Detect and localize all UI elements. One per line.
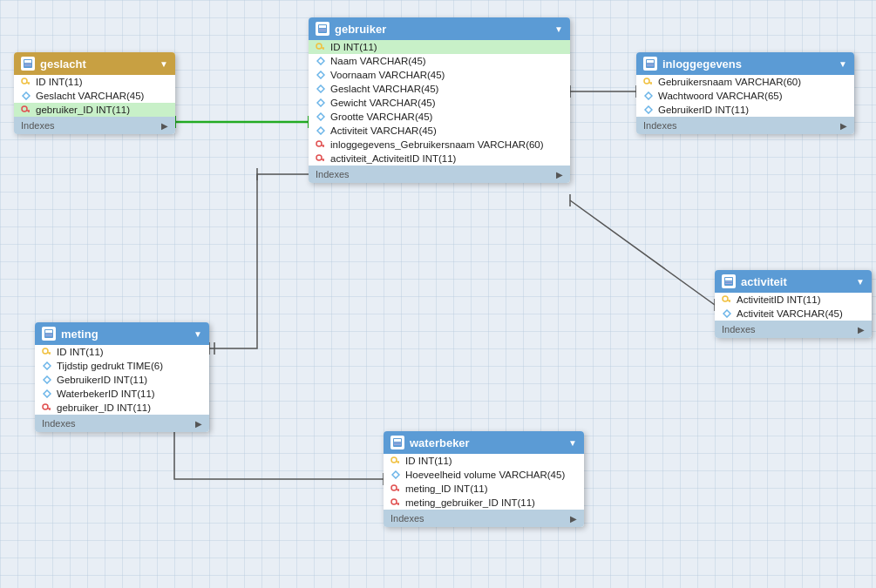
table-row: Geslacht VARCHAR(45) xyxy=(14,89,175,103)
table-title-meting: meting xyxy=(61,328,98,341)
dropdown-arrow-meting[interactable]: ▼ xyxy=(194,329,202,339)
svg-point-22 xyxy=(316,44,322,49)
row-text: Activiteit VARCHAR(45) xyxy=(737,308,843,319)
diamond-icon xyxy=(316,112,326,122)
table-row: GebruikerID INT(11) xyxy=(636,103,854,117)
svg-rect-60 xyxy=(725,283,732,284)
row-text: ID INT(11) xyxy=(405,456,452,466)
row-text: Hoeveelheid volume VARCHAR(45) xyxy=(405,470,565,480)
table-icon-meting xyxy=(42,327,56,341)
diamond-icon xyxy=(42,389,52,399)
indexes-arrow: ▶ xyxy=(161,121,168,131)
svg-rect-38 xyxy=(24,60,31,63)
svg-rect-49 xyxy=(647,60,654,63)
svg-rect-19 xyxy=(319,25,326,28)
dropdown-arrow-inloggegevens[interactable]: ▼ xyxy=(839,59,847,69)
table-waterbeker: waterbeker▼ID INT(11)Hoeveelheid volume … xyxy=(384,431,584,527)
table-body-gebruiker: ID INT(11)Naam VARCHAR(45)Voornaam VARCH… xyxy=(309,40,570,166)
table-row: Voornaam VARCHAR(45) xyxy=(309,68,570,82)
row-text: Gewicht VARCHAR(45) xyxy=(330,98,436,108)
table-footer-inloggegevens[interactable]: Indexes▶ xyxy=(636,117,854,134)
row-text: ID INT(11) xyxy=(36,77,83,87)
row-text: ID INT(11) xyxy=(57,347,104,357)
table-row: GebruikerID INT(11) xyxy=(35,373,209,387)
dropdown-arrow-activiteit[interactable]: ▼ xyxy=(856,277,865,287)
table-footer-activiteit[interactable]: Indexes▶ xyxy=(715,321,872,338)
table-row: Hoeveelheid volume VARCHAR(45) xyxy=(384,468,584,482)
svg-marker-72 xyxy=(44,362,51,369)
row-text: meting_ID INT(11) xyxy=(405,483,488,494)
table-row: ID INT(11) xyxy=(35,345,209,359)
diamond-icon xyxy=(316,98,326,108)
svg-point-41 xyxy=(22,78,27,84)
table-row: Tijdstip gedrukt TIME(6) xyxy=(35,359,209,373)
table-footer-meting[interactable]: Indexes▶ xyxy=(35,415,209,432)
table-header-meting: meting▼ xyxy=(35,322,209,345)
row-text: ID INT(11) xyxy=(330,42,377,52)
table-header-gebruiker: gebruiker▼ xyxy=(309,17,570,40)
svg-marker-27 xyxy=(317,85,324,92)
table-header-activiteit: activiteit▼ xyxy=(715,270,872,293)
dropdown-arrow-gebruiker[interactable]: ▼ xyxy=(554,24,563,34)
table-header-waterbeker: waterbeker▼ xyxy=(384,431,584,454)
svg-rect-39 xyxy=(24,64,31,64)
diamond-icon xyxy=(643,105,654,115)
table-row: Grootte VARCHAR(45) xyxy=(309,110,570,124)
diamond-icon xyxy=(643,91,654,101)
svg-marker-74 xyxy=(44,390,51,397)
table-activiteit: activiteit▼ActiviteitID INT(11)Activitei… xyxy=(715,270,872,338)
svg-point-45 xyxy=(22,106,27,112)
table-icon-waterbeker xyxy=(390,436,404,449)
svg-line-8 xyxy=(570,200,715,305)
diamond-icon xyxy=(316,70,326,80)
table-meting: meting▼ID INT(11)Tijdstip gedrukt TIME(6… xyxy=(35,322,209,432)
svg-marker-55 xyxy=(645,92,652,99)
table-icon-geslacht xyxy=(21,57,35,71)
table-title-geslacht: geslacht xyxy=(40,57,86,71)
table-footer-gebruiker[interactable]: Indexes▶ xyxy=(309,166,570,183)
diamond-icon xyxy=(42,361,52,371)
row-text: Tijdstip gedrukt TIME(6) xyxy=(57,361,163,371)
svg-rect-58 xyxy=(725,278,732,280)
diamond-icon xyxy=(316,84,326,94)
row-text: activiteit_ActiviteitID INT(11) xyxy=(330,153,456,164)
svg-rect-66 xyxy=(45,330,52,333)
table-gebruiker: gebruiker▼ID INT(11)Naam VARCHAR(45)Voor… xyxy=(309,17,570,183)
key-red-icon xyxy=(21,105,31,115)
dropdown-arrow-geslacht[interactable]: ▼ xyxy=(160,59,168,69)
svg-rect-21 xyxy=(319,30,326,31)
svg-point-89 xyxy=(391,499,397,504)
svg-point-52 xyxy=(644,78,649,84)
svg-marker-26 xyxy=(317,71,324,78)
table-body-waterbeker: ID INT(11)Hoeveelheid volume VARCHAR(45)… xyxy=(384,454,584,510)
diamond-icon xyxy=(316,125,326,136)
svg-point-75 xyxy=(43,404,48,409)
table-row: inloggegevens_Gebruikersnaam VARCHAR(60) xyxy=(309,138,570,152)
table-title-waterbeker: waterbeker xyxy=(410,436,470,449)
indexes-label: Indexes xyxy=(21,120,55,131)
table-row: ID INT(11) xyxy=(384,454,584,468)
key-icon xyxy=(21,77,31,87)
dropdown-arrow-waterbeker[interactable]: ▼ xyxy=(568,438,577,448)
table-row: gebruiker_ID INT(11) xyxy=(14,103,175,117)
row-text: Grootte VARCHAR(45) xyxy=(330,112,432,122)
indexes-arrow: ▶ xyxy=(570,514,577,524)
indexes-arrow: ▶ xyxy=(556,170,563,179)
row-text: Gebruikersnaam VARCHAR(60) xyxy=(658,77,801,87)
svg-point-31 xyxy=(316,141,322,146)
diamond-icon xyxy=(316,56,326,66)
table-header-geslacht: geslacht▼ xyxy=(14,52,175,75)
svg-rect-80 xyxy=(394,443,401,443)
svg-point-82 xyxy=(391,457,397,463)
table-footer-waterbeker[interactable]: Indexes▶ xyxy=(384,510,584,527)
svg-rect-50 xyxy=(647,64,654,64)
svg-point-61 xyxy=(723,296,728,301)
svg-point-34 xyxy=(316,155,322,160)
diamond-icon xyxy=(21,91,31,101)
table-row: meting_ID INT(11) xyxy=(384,482,584,496)
diamond-icon xyxy=(722,308,732,319)
table-footer-geslacht[interactable]: Indexes▶ xyxy=(14,117,175,134)
key-red-icon xyxy=(316,153,326,164)
table-geslacht: geslacht▼ID INT(11)Geslacht VARCHAR(45)g… xyxy=(14,52,175,134)
key-icon xyxy=(643,77,654,87)
